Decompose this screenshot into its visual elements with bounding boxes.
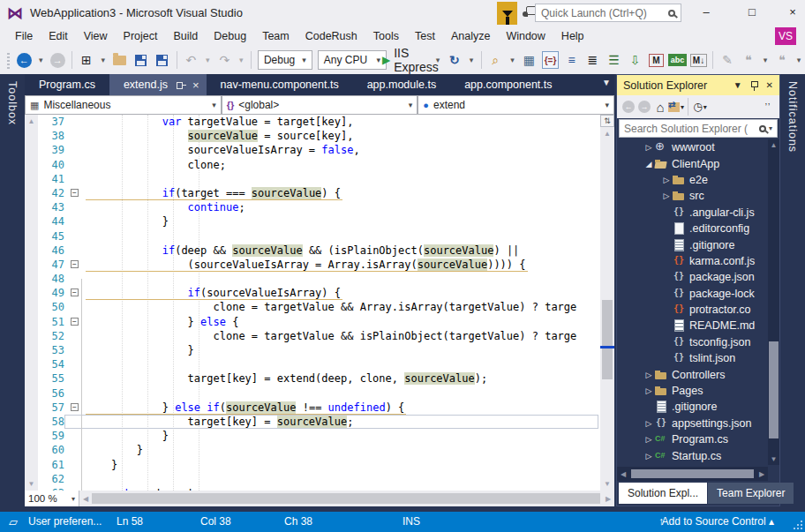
maximize-button[interactable]: □ <box>734 0 770 25</box>
code-area[interactable]: 37 var targetValue = target[key],38 sour… <box>38 115 600 491</box>
outlining-margin[interactable]: − <box>64 401 86 415</box>
code-line-51[interactable]: 51− } else { <box>38 315 600 329</box>
tree-item-ClientApp[interactable]: ◢ClientApp <box>617 155 779 171</box>
code-line-55[interactable]: 55 target[key] = extend(deep, clone, sou… <box>38 371 600 386</box>
menu-item-coderush[interactable]: CodeRush <box>297 27 365 45</box>
pending-changes-filter-button[interactable]: ◷▾ <box>692 98 708 116</box>
expanded-arrow-icon[interactable]: ◢ <box>643 160 654 169</box>
navigate-back-button[interactable]: ← <box>14 50 34 70</box>
scroll-up-icon[interactable]: ▲ <box>25 117 38 125</box>
close-icon[interactable]: × <box>192 79 199 92</box>
code-line-38[interactable]: 38 sourceValue = source[key], <box>38 129 600 143</box>
left-scrollbar[interactable]: ▲ ▼ <box>25 115 38 491</box>
tree-item-.editorconfig[interactable]: .editorconfig <box>617 221 779 236</box>
code-line-42[interactable]: 42− if(target === sourceValue) { <box>38 186 600 200</box>
tab-list-dropdown[interactable]: ▼ <box>602 78 611 87</box>
tab-nav-menu.component.ts[interactable]: nav-menu.component.ts <box>207 74 353 95</box>
menu-item-edit[interactable]: Edit <box>41 27 76 45</box>
tree-item-package-lock[interactable]: package-lock <box>617 286 779 302</box>
menu-item-debug[interactable]: Debug <box>206 27 254 45</box>
tree-item-Controllers[interactable]: ▷Controllers <box>617 366 779 382</box>
open-file-button[interactable] <box>110 50 130 70</box>
window-position-dropdown[interactable]: ▼ <box>734 80 742 90</box>
collapsed-arrow-icon[interactable]: ▷ <box>643 371 654 379</box>
account-badge[interactable]: VS <box>775 27 796 45</box>
collapse-icon[interactable]: − <box>71 403 79 411</box>
code-line-40[interactable]: 40 clone; <box>38 158 600 172</box>
tree-item-protractor.co[interactable]: protractor.co <box>617 302 779 318</box>
tree-item-Pages[interactable]: ▷Pages <box>617 383 779 399</box>
quote2-button[interactable]: ❝ <box>772 50 792 70</box>
code-line-50[interactable]: 50 clone = targetValue && Array.isArray(… <box>38 300 600 314</box>
coderush-format-button[interactable]: ≣ <box>583 50 602 70</box>
collapse-icon[interactable]: − <box>71 189 79 197</box>
tab-extend.js[interactable]: extend.js× <box>109 74 207 95</box>
tab-Program.cs[interactable]: Program.cs <box>25 74 109 95</box>
scroll-left-icon[interactable]: ◀ <box>79 495 92 503</box>
refresh-dropdown[interactable]: ▾ <box>466 50 477 70</box>
menu-item-team[interactable]: Team <box>254 27 297 45</box>
navigate-forward-button[interactable]: → <box>48 50 67 70</box>
save-button[interactable] <box>132 50 151 70</box>
code-line-45[interactable]: 45 <box>38 229 600 244</box>
tab-app.component.ts[interactable]: app.component.ts <box>450 74 566 95</box>
undo-button[interactable]: ↶ <box>181 50 200 70</box>
outlining-margin[interactable]: − <box>64 315 86 329</box>
coderush-tree-button[interactable]: ☰ <box>604 50 623 70</box>
outlining-margin[interactable]: − <box>64 258 86 272</box>
tree-horizontal-scrollbar[interactable]: ◀ ▶ <box>617 467 768 481</box>
coderush-grid-button[interactable]: ▦ <box>519 50 538 70</box>
notifications-tab[interactable]: Notifications <box>786 81 799 153</box>
code-line-53[interactable]: 53 } <box>38 343 600 357</box>
quote-dropdown[interactable]: ▾ <box>760 50 771 70</box>
collapsed-arrow-icon[interactable]: ▷ <box>661 176 672 184</box>
tree-item-.gitignore[interactable]: .gitignore <box>617 399 779 415</box>
menu-item-help[interactable]: Help <box>553 27 592 45</box>
tree-item-tslint.json[interactable]: tslint.json <box>617 350 779 366</box>
quote2-dropdown[interactable]: ▾ <box>794 50 804 70</box>
solution-explorer-titlebar[interactable]: Solution Explorer ▼ ✕ <box>617 75 779 95</box>
collapsed-arrow-icon[interactable]: ▷ <box>643 143 654 152</box>
code-line-59[interactable]: 59 } <box>38 429 600 443</box>
code-line-48[interactable]: 48 <box>38 272 600 286</box>
redo-button[interactable]: ↷ <box>214 50 234 70</box>
scrollbar-thumb[interactable] <box>769 341 779 439</box>
vertical-scrollbar[interactable]: ⇅ ▲ ▼ <box>600 115 614 491</box>
se-forward-button[interactable]: → <box>636 98 652 116</box>
close-button[interactable]: × <box>775 0 805 25</box>
code-line-46[interactable]: 46 if(deep && sourceValue && (isPlainObj… <box>38 244 600 258</box>
member-combo[interactable]: ● extend ▾ <box>418 95 614 115</box>
collapsed-arrow-icon[interactable]: ▷ <box>643 452 654 461</box>
menu-item-tools[interactable]: Tools <box>365 27 407 45</box>
menu-item-view[interactable]: View <box>76 27 116 45</box>
code-line-62[interactable]: 62 <box>38 472 600 486</box>
menu-item-window[interactable]: Window <box>498 27 553 45</box>
coderush-braces-button[interactable]: {=} <box>540 50 560 70</box>
tree-item-e2e[interactable]: ▷e2e <box>617 172 779 188</box>
collapsed-arrow-icon[interactable]: ▷ <box>661 191 672 200</box>
sync-with-active-document-button[interactable]: ▾ <box>668 98 684 116</box>
collapsed-arrow-icon[interactable]: ▷ <box>643 419 654 428</box>
tree-item-package.json[interactable]: package.json <box>617 269 779 285</box>
refresh-button[interactable]: ↻ <box>445 50 464 70</box>
solution-explorer-search-input[interactable]: Search Solution Explorer ( ▾ <box>619 119 778 138</box>
coderush-align-button[interactable]: ≡ <box>561 50 581 70</box>
toolbar-drag-handle[interactable] <box>7 51 10 69</box>
code-line-37[interactable]: 37 var targetValue = target[key], <box>38 115 600 129</box>
collapse-icon[interactable]: − <box>71 288 79 296</box>
code-line-56[interactable]: 56 <box>38 386 600 401</box>
scrollbar-thumb[interactable] <box>631 469 754 478</box>
tree-item-.gitignore[interactable]: .gitignore <box>617 236 779 252</box>
code-line-43[interactable]: 43 continue; <box>38 200 600 214</box>
undo-dropdown[interactable]: ▾ <box>202 50 213 70</box>
new-file-button[interactable]: ⊞ <box>77 50 96 70</box>
close-icon[interactable]: ✕ <box>766 80 773 90</box>
tree-item-tsconfig.json[interactable]: tsconfig.json <box>617 334 779 350</box>
code-line-52[interactable]: 52 clone = targetValue && isPlainObject(… <box>38 329 600 343</box>
code-line-39[interactable]: 39 sourceValueIsArray = false, <box>38 143 600 157</box>
menu-item-project[interactable]: Project <box>116 27 166 45</box>
new-file-dropdown[interactable]: ▾ <box>98 50 109 70</box>
code-editor[interactable]: ▲ ▼ 37 var targetValue = target[key],38 … <box>25 115 614 491</box>
menu-item-analyze[interactable]: Analyze <box>443 27 498 45</box>
tree-item-README.md[interactable]: README.md <box>617 318 779 333</box>
